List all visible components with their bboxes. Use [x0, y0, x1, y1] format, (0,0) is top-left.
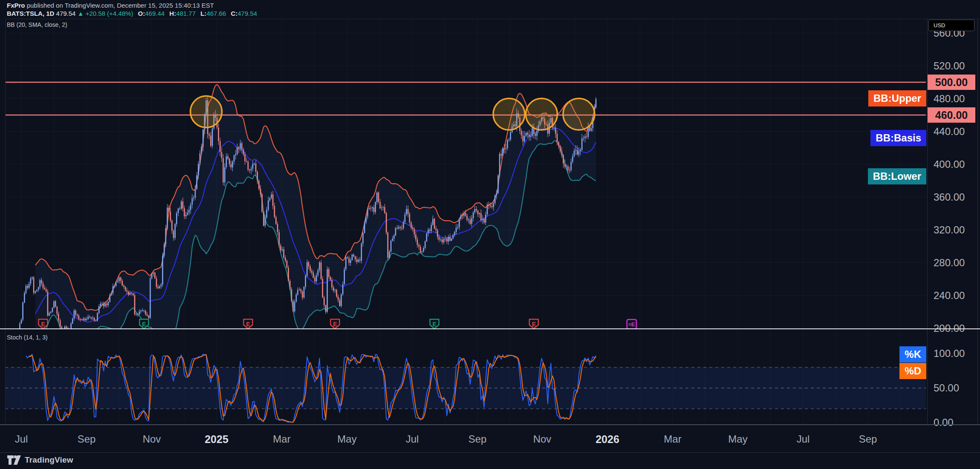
- price-level-label[interactable]: 460.00: [928, 107, 975, 123]
- time-label[interactable]: Sep: [838, 433, 898, 446]
- earnings-estimate-icon[interactable]: ≈E: [627, 319, 636, 329]
- earnings-icon[interactable]: E: [430, 319, 439, 329]
- earnings-icon[interactable]: E: [529, 319, 538, 329]
- time-axis-separator: [0, 424, 980, 425]
- open-label: O:: [138, 10, 145, 17]
- time-label[interactable]: Mar: [643, 433, 702, 446]
- close-value: 479.54: [237, 10, 257, 17]
- time-label[interactable]: Mar: [252, 433, 312, 446]
- publish-info: published on TradingView.com, December 1…: [25, 2, 214, 9]
- high-label: H:: [169, 10, 176, 17]
- bb-indicator-label[interactable]: BB (20, SMA, close, 2): [7, 21, 67, 28]
- svg-text:E: E: [41, 321, 45, 328]
- svg-text:≈E: ≈E: [628, 321, 635, 328]
- close-label: C:: [231, 10, 237, 17]
- price-tick[interactable]: 280.00: [934, 257, 965, 269]
- price-tick[interactable]: 240.00: [934, 290, 965, 302]
- price-tick[interactable]: 400.00: [934, 158, 965, 170]
- time-label[interactable]: May: [317, 433, 377, 446]
- publish-line: FxPro published on TradingView.com, Dece…: [7, 2, 257, 9]
- earnings-icon[interactable]: E: [243, 319, 252, 329]
- price-level-label[interactable]: 500.00: [928, 75, 975, 90]
- open-value: 469.44: [145, 10, 165, 17]
- svg-text:E: E: [246, 321, 250, 328]
- chart-header: FxPro published on TradingView.com, Dece…: [7, 2, 257, 17]
- highlight-circle[interactable]: [526, 98, 558, 130]
- price-change: +20.58 (+4.48%): [86, 10, 133, 17]
- bb-lower-chip: BB:Lower: [868, 168, 926, 184]
- high-value: 481.77: [176, 10, 196, 17]
- stoch-tick[interactable]: 100.00: [934, 348, 965, 360]
- svg-text:E: E: [532, 321, 536, 328]
- time-label[interactable]: Nov: [512, 433, 572, 446]
- earnings-icon[interactable]: E: [139, 319, 148, 329]
- symbol-line: BATS:TSLA, 1D 479.54 ▲ +20.58 (+4.48%) O…: [7, 10, 257, 17]
- price-tick[interactable]: 360.00: [934, 191, 965, 203]
- last-price: 479.54: [56, 10, 76, 17]
- tradingview-logo-icon[interactable]: [7, 455, 21, 465]
- price-tick[interactable]: 320.00: [934, 224, 965, 236]
- stoch-tick[interactable]: 0.00: [934, 417, 954, 429]
- tradingview-brand-text[interactable]: TradingView: [25, 455, 73, 465]
- stoch-d-chip: %D: [899, 363, 926, 379]
- right-edge-border: [977, 19, 978, 425]
- price-axis-border: [927, 19, 928, 425]
- svg-text:E: E: [142, 321, 146, 328]
- highlight-circle[interactable]: [493, 98, 525, 130]
- low-value: 467.66: [206, 10, 226, 17]
- stoch-pane[interactable]: [5, 354, 926, 423]
- earnings-icon[interactable]: E: [330, 319, 339, 329]
- stoch-tick[interactable]: 50.00: [934, 382, 959, 394]
- stoch-indicator-label[interactable]: Stoch (14, 1, 3): [7, 334, 48, 341]
- time-label[interactable]: Sep: [57, 433, 116, 446]
- chart-canvas[interactable]: E E E E E E ≈E: [0, 0, 980, 469]
- time-label[interactable]: Nov: [122, 433, 182, 446]
- price-tick[interactable]: 480.00: [934, 93, 965, 105]
- time-label[interactable]: Jul: [0, 433, 51, 446]
- footer-separator: [0, 452, 980, 453]
- low-label: L:: [200, 10, 206, 17]
- price-tick[interactable]: 440.00: [934, 126, 965, 138]
- highlight-circle[interactable]: [563, 98, 595, 130]
- bb-basis-chip: BB:Basis: [870, 130, 926, 146]
- price-tick[interactable]: 520.00: [934, 60, 965, 72]
- svg-text:E: E: [333, 321, 337, 328]
- time-label[interactable]: Sep: [448, 433, 507, 446]
- time-label[interactable]: 2026: [578, 433, 637, 446]
- up-arrow-icon: ▲: [78, 10, 84, 17]
- tradingview-published-chart: E E E E E E ≈E 560.00520.00480.00440.004…: [0, 0, 980, 469]
- time-label[interactable]: May: [708, 433, 768, 446]
- pane-left-border: [5, 19, 6, 425]
- highlight-circle[interactable]: [191, 96, 222, 127]
- footer: TradingView: [7, 455, 73, 465]
- stoch-k-chip: %K: [899, 346, 926, 363]
- time-label[interactable]: 2025: [187, 433, 246, 446]
- publisher-name: FxPro: [7, 2, 25, 9]
- pane-top-border: [5, 19, 980, 19]
- bb-upper-chip: BB:Upper: [868, 90, 926, 106]
- price-pane[interactable]: E E E E E E ≈E: [5, 82, 926, 362]
- currency-toggle-button[interactable]: USD: [928, 20, 974, 31]
- time-label[interactable]: Jul: [382, 433, 442, 446]
- svg-text:E: E: [432, 321, 436, 328]
- pane-separator[interactable]: [0, 328, 980, 329]
- time-label[interactable]: Jul: [773, 433, 833, 446]
- symbol-name[interactable]: BATS:TSLA, 1D: [7, 10, 54, 17]
